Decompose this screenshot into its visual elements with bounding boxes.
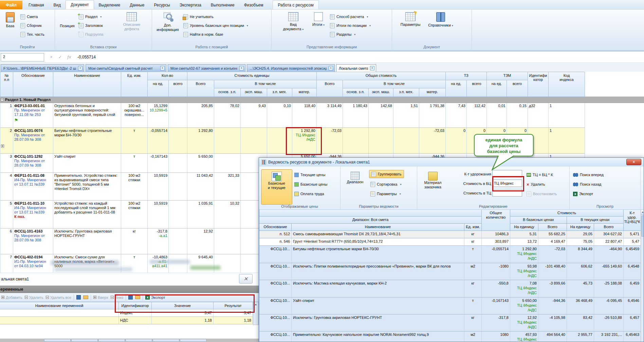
resource-qty: 1080 (482, 331, 510, 342)
document-tab[interactable]: Мои сметы\02-67 замечания и конъюнк× (168, 64, 245, 72)
resource-qty: -550,8 (482, 280, 510, 297)
tab-Данные[interactable]: Данные (125, 1, 149, 9)
resource-base-total: -4 105,98 (538, 314, 567, 331)
position-button[interactable]: Позиция (58, 11, 77, 44)
base-price-level-button[interactable]: Уровень базисных цен позиции▾ (183, 22, 248, 29)
sheet-params-button[interactable]: Параметры▾ (370, 190, 401, 198)
cut-icon[interactable] (76, 295, 81, 300)
resource-current-unit-cost: 606,62 (567, 263, 594, 280)
tab-close-icon[interactable]: × (329, 66, 333, 70)
totals-button[interactable]: Итоги▾ (310, 11, 327, 44)
cell-reference-input[interactable]: 2 (1, 53, 44, 62)
section-row[interactable]: Раздел 1. Новый Раздел (0, 97, 644, 103)
grid-header-cell: эксп. маш. (369, 88, 393, 97)
qty-formula: -а.а1 (149, 234, 167, 238)
group-by-button[interactable]: Группировать (369, 170, 404, 178)
base-prices-button[interactable]: Базисные цены (294, 180, 327, 188)
resource-row[interactable]: п. 546Грунт =Henkel Tromsit R777= (650,8… (259, 238, 641, 246)
header-button[interactable]: Заголовок (79, 22, 103, 29)
formula-value[interactable]: -0,055714 (77, 55, 96, 59)
collection-button[interactable]: Сборник (20, 22, 42, 29)
tab-Ресурсы[interactable]: Ресурсы (149, 1, 175, 9)
function-icon[interactable]: ƒx (65, 55, 73, 59)
grid-cell: ФЕР11-01-011-08И4-Пр. Минрегионот 13.07.… (13, 173, 53, 201)
grid-cell: 4 (0, 173, 13, 201)
price-formula: ТЦ /Индекс /НДС (512, 251, 537, 261)
tab-file[interactable]: Файл (0, 1, 22, 9)
tab-close-icon[interactable]: × (370, 66, 374, 70)
resource-justification: п. 512 (259, 231, 292, 238)
resource-row[interactable]: ФССЦ-10...Исключить: Грунтовка акриловая… (259, 314, 641, 331)
base-prices-button-icon (294, 182, 299, 187)
resource-row[interactable]: ФССЦ-10...Применительно: Каучуковое напо… (259, 331, 641, 342)
scroll-up-icon[interactable]: ▲ (641, 210, 644, 215)
extra-info-button[interactable]: Доп. информация (155, 11, 181, 44)
tab-Документ[interactable]: Документ (66, 0, 94, 9)
dialog-group-label: Параметры ведомости (341, 204, 417, 208)
customer-material-button[interactable]: Материал заказчика (420, 169, 446, 205)
tab-Экспертиза[interactable]: Экспертиза (175, 1, 206, 9)
dialog-export-button[interactable]: XЭкспорт (573, 190, 593, 198)
base-and-current-button[interactable]: Базисные и текущие (261, 169, 292, 205)
parameters-button[interactable]: Параметры (398, 11, 423, 44)
highlight-box-material-cell (286, 127, 322, 155)
document-tab[interactable]: Локальная смета1× (336, 64, 376, 72)
document-tab[interactable]: ...\ЭСН25.4. Изоляция поверхностей эпокс… (247, 64, 335, 72)
search-forward-button[interactable]: Поиск вперед (573, 171, 604, 179)
tab-Выполнение[interactable]: Выполнение (206, 1, 239, 9)
sections-button[interactable]: Разделы▾ (330, 31, 355, 38)
variable-row[interactable]: НДС1,181,18 (0, 317, 253, 324)
grid-header-cell: всего (507, 80, 528, 97)
collapse-icon[interactable] (1, 98, 4, 101)
find-in-base-button[interactable]: Найти в норм. базе (183, 31, 223, 38)
resource-row[interactable]: ФССЦ-10...Уайт-спиритт-0,1671435 650,00Т… (259, 297, 641, 314)
dialog-close-button[interactable]: × (626, 159, 641, 165)
range-button[interactable]: Диапазон (344, 169, 366, 205)
table-row[interactable]: 1ФЕР13-03-001-01Пр. Минрегион от17.11.08… (0, 103, 585, 128)
tc-equals-bc-k-button[interactable]: ТЦ = БЦ * К (527, 171, 553, 179)
resource-row[interactable]: ФССЦ-10...Исключить: Мастика клеящая кау… (259, 280, 641, 297)
copy-icon[interactable] (83, 295, 88, 299)
resource-row[interactable]: п. 512Смесь самовыравнивающая Thomisit D… (259, 231, 641, 238)
tab-close-icon[interactable]: × (239, 66, 244, 70)
position-totals-button[interactable]: Итоги по позиции▾ (330, 22, 371, 29)
dialog-table-body: п. 512Смесь самовыравнивающая Thomisit D… (259, 231, 641, 342)
search-back-button-icon (573, 183, 578, 186)
section-button[interactable]: Раздел▾ (79, 13, 102, 20)
tab-Выделение[interactable]: Выделение (94, 1, 125, 9)
tab-close-icon[interactable]: × (78, 66, 82, 70)
close-icon[interactable]: × (239, 274, 253, 284)
tab-contextual[interactable]: Работа с ресурсом (273, 0, 318, 9)
references-button[interactable]: Справочники▾ (426, 11, 455, 44)
resource-qty: 10486,3 (482, 231, 510, 238)
sort-button[interactable]: Сортировка▾ (370, 180, 401, 188)
tech-part-button[interactable]: Тех. часть (20, 31, 44, 38)
dialog-scrollbar[interactable]: ▲ (641, 210, 644, 342)
find-in-base-button-icon (183, 32, 188, 37)
confirm-icon[interactable]: ✓ (56, 55, 65, 59)
base-button[interactable]: База (1, 11, 19, 44)
bottom-tab-segment (126, 339, 152, 342)
document-tab[interactable]: Мои сметы\Сводный сметный расчет× (86, 64, 166, 72)
tab-Вид[interactable]: Вид (49, 1, 66, 9)
cancel-icon[interactable]: × (47, 55, 56, 59)
resource-row[interactable]: ФССЦ-10...Исключить: Плитки поливинилхло… (259, 263, 641, 280)
expand-icon[interactable] (1, 144, 4, 148)
tab-close-icon[interactable]: × (160, 66, 165, 70)
estimate-button[interactable]: Смета (20, 13, 38, 20)
resource-name: Применительно: Каучуковое напольное покр… (292, 331, 464, 342)
calc-method-button[interactable]: Способ расчета▾ (330, 13, 368, 20)
ignore-button[interactable]: Не учитывать (183, 13, 214, 20)
tab-Физобъем[interactable]: Физобъем (239, 1, 268, 9)
tab-Главная[interactable]: Главная (24, 1, 49, 9)
search-back-button[interactable]: Поиск назад (573, 180, 601, 188)
resource-row[interactable]: ФССЦ-10...Битумы нефтяные строительные м… (259, 246, 641, 263)
value: 5,31 (512, 232, 537, 236)
labor-pay-button[interactable]: Оплата труда (294, 190, 324, 198)
current-prices-button[interactable]: Текущие цены (294, 171, 325, 179)
scroll-thumb[interactable] (641, 216, 644, 237)
document-tab[interactable]: F:\Users...\ВРЕМЕННЫЕ ПЕРЕЕЗДЫ -2 шт.gsf… (1, 64, 84, 72)
document-view-button[interactable]: Вид документа▾ (280, 11, 306, 44)
variable-cell: 1,18 (214, 317, 253, 324)
delete-formula-button[interactable]: ×Удалить (527, 180, 545, 188)
